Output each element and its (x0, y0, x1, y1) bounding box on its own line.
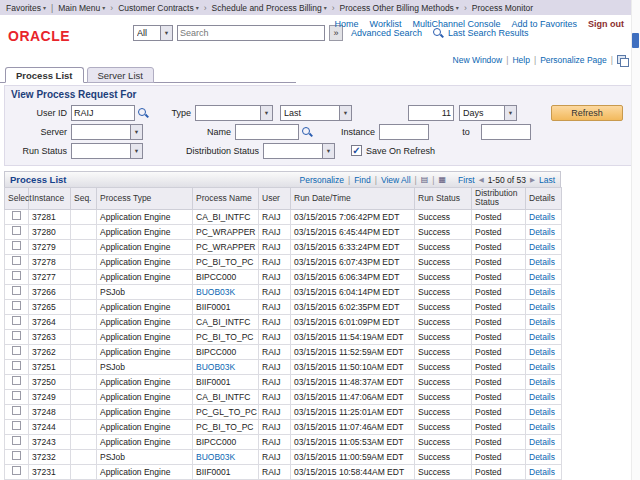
details-link[interactable]: Details (529, 422, 555, 432)
search-scope-select[interactable]: All ▼ (133, 25, 173, 41)
details-link[interactable]: Details (529, 407, 555, 417)
search-input[interactable] (177, 25, 325, 41)
process-table: SelectInstanceSeq.Process TypeProcess Na… (4, 187, 562, 480)
nav-link-worklist[interactable]: Worklist (370, 19, 402, 29)
refresh-button[interactable]: Refresh (551, 105, 623, 121)
nav-link-home[interactable]: Home (335, 19, 359, 29)
details-link[interactable]: Details (529, 227, 555, 237)
view-all-link[interactable]: View All (381, 175, 411, 185)
nav-link-sign-out[interactable]: Sign out (588, 19, 624, 29)
name-lookup-icon[interactable] (301, 126, 313, 138)
row-checkbox[interactable] (12, 361, 21, 370)
details-link[interactable]: Details (529, 242, 555, 252)
pager-first-link[interactable]: First (458, 175, 475, 185)
last-search-results-link[interactable]: Last Search Results (448, 28, 529, 38)
user-cell: RAIJ (259, 209, 291, 224)
row-checkbox[interactable] (12, 286, 21, 295)
row-checkbox[interactable] (12, 226, 21, 235)
details-link[interactable]: Details (529, 437, 555, 447)
column-header-user[interactable]: User (259, 188, 291, 210)
column-header-seq[interactable]: Seq. (71, 188, 97, 210)
zoom-grid-icon[interactable]: ▤ (421, 175, 429, 184)
details-link[interactable]: Details (529, 362, 555, 372)
row-checkbox[interactable] (12, 421, 21, 430)
instance-to-input[interactable] (481, 124, 531, 140)
run-datetime-cell: 03/15/2015 6:07:43PM EDT (291, 254, 415, 269)
pager-last-link[interactable]: Last (539, 175, 555, 185)
download-to-excel-icon[interactable]: ▦ (439, 175, 447, 184)
nav-link-add-to-favorites[interactable]: Add to Favorites (511, 19, 577, 29)
copy-url-icon[interactable] (617, 55, 626, 64)
row-checkbox[interactable] (12, 391, 21, 400)
page-link-help[interactable]: Help (512, 55, 529, 65)
process-name-text: BIIF0001 (196, 302, 231, 312)
row-checkbox[interactable] (12, 436, 21, 445)
details-link[interactable]: Details (529, 452, 555, 462)
row-checkbox[interactable] (12, 376, 21, 385)
details-link[interactable]: Details (529, 272, 555, 282)
personalize-link[interactable]: Personalize (300, 175, 344, 185)
process-name-link[interactable]: BUOB03K (196, 452, 235, 462)
pager-next-icon[interactable]: ▶ (530, 176, 535, 184)
tab-process-list[interactable]: Process List (5, 67, 84, 83)
row-checkbox[interactable] (12, 406, 21, 415)
nav-link-multichannel-console[interactable]: MultiChannel Console (412, 19, 500, 29)
pager-prev-icon[interactable]: ◀ (479, 176, 484, 184)
tab-server-list[interactable]: Server List (87, 67, 154, 83)
details-link[interactable]: Details (529, 287, 555, 297)
details-link[interactable]: Details (529, 467, 555, 477)
details-link[interactable]: Details (529, 347, 555, 357)
breadcrumb-item-main-menu[interactable]: Main Menu▾ (58, 3, 105, 13)
column-header-run-date-time[interactable]: Run Date/Time (291, 188, 415, 210)
breadcrumb-item-schedule-and-process-billing[interactable]: Schedule and Process Billing▾ (212, 3, 327, 13)
save-on-refresh-checkbox[interactable]: ✓ (351, 145, 362, 156)
page-link-personalize-page[interactable]: Personalize Page (540, 55, 607, 65)
details-link[interactable]: Details (529, 302, 555, 312)
column-header-process-name[interactable]: Process Name (193, 188, 259, 210)
process-name-link[interactable]: BUOB03K (196, 362, 235, 372)
row-checkbox[interactable] (12, 451, 21, 460)
row-checkbox[interactable] (12, 241, 21, 250)
row-checkbox[interactable] (12, 331, 21, 340)
run-status-select[interactable]: ▼ (71, 143, 143, 159)
scrollbar-thumb[interactable] (632, 33, 639, 48)
instance-from-input[interactable] (379, 124, 429, 140)
row-checkbox[interactable] (12, 271, 21, 280)
breadcrumb-item-favorites[interactable]: Favorites▾ (6, 3, 46, 13)
server-select[interactable]: ▼ (71, 124, 143, 140)
details-link[interactable]: Details (529, 377, 555, 387)
details-link[interactable]: Details (529, 392, 555, 402)
column-header-run-status[interactable]: Run Status (415, 188, 472, 210)
row-checkbox[interactable] (12, 301, 21, 310)
column-header-distribution-status[interactable]: Distribution Status (472, 188, 526, 210)
page-link-new-window[interactable]: New Window (453, 55, 503, 65)
details-link[interactable]: Details (529, 212, 555, 222)
column-header-select[interactable]: Select (5, 188, 29, 210)
days-unit-select[interactable]: Days ▼ (459, 105, 517, 121)
column-header-process-type[interactable]: Process Type (97, 188, 193, 210)
breadcrumb-item-process-monitor[interactable]: Process Monitor (472, 3, 533, 13)
advanced-search-link[interactable]: Advanced Search (351, 28, 422, 38)
row-checkbox[interactable] (12, 346, 21, 355)
process-name-link[interactable]: BUOB03K (196, 287, 235, 297)
user-id-lookup-icon[interactable] (137, 107, 149, 119)
row-checkbox[interactable] (12, 211, 21, 220)
select-cell (5, 254, 29, 269)
name-input[interactable] (235, 124, 299, 140)
column-header-instance[interactable]: Instance (29, 188, 71, 210)
column-header-details[interactable]: Details (526, 188, 562, 210)
last-select[interactable]: Last ▼ (280, 105, 352, 121)
breadcrumb-item-process-other-billing-methods[interactable]: Process Other Billing Methods▾ (340, 3, 459, 13)
row-checkbox[interactable] (12, 466, 21, 475)
distribution-status-select[interactable]: ▼ (263, 143, 335, 159)
breadcrumb-item-customer-contracts[interactable]: Customer Contracts▾ (118, 3, 199, 13)
user-id-input[interactable] (71, 105, 135, 121)
row-checkbox[interactable] (12, 256, 21, 265)
details-link[interactable]: Details (529, 317, 555, 327)
details-link[interactable]: Details (529, 332, 555, 342)
type-select[interactable]: ▼ (195, 105, 273, 121)
find-link[interactable]: Find (354, 175, 371, 185)
details-link[interactable]: Details (529, 257, 555, 267)
row-checkbox[interactable] (12, 316, 21, 325)
days-count-input[interactable] (408, 105, 454, 121)
